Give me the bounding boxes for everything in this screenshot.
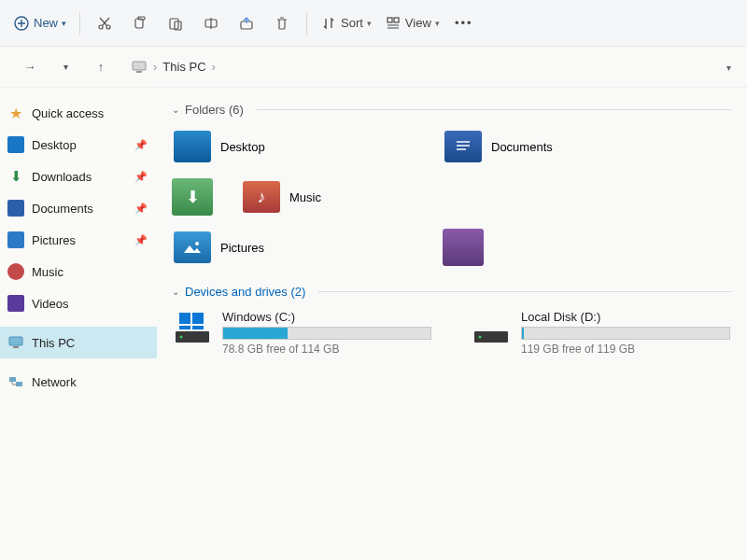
folder-documents[interactable]: Documents bbox=[443, 126, 685, 167]
pin-icon: 📌 bbox=[134, 234, 148, 246]
breadcrumb[interactable]: › This PC › bbox=[123, 55, 708, 79]
svg-rect-21 bbox=[179, 313, 190, 324]
drive-name: Local Disk (D:) bbox=[521, 310, 730, 324]
separator bbox=[79, 12, 80, 35]
sidebar-item-label: Quick access bbox=[32, 106, 104, 120]
pc-icon bbox=[131, 59, 148, 76]
sidebar-item-label: Documents bbox=[32, 202, 93, 216]
sidebar-item-label: Desktop bbox=[32, 138, 77, 152]
sidebar-item-music[interactable]: Music bbox=[0, 256, 157, 287]
section-header-folders[interactable]: ⌄ Folders (6) bbox=[172, 103, 732, 117]
more-button[interactable]: ••• bbox=[447, 7, 481, 40]
drive-c[interactable]: Windows (C:) 78.8 GB free of 114 GB bbox=[172, 308, 433, 357]
sidebar: ★ Quick access Desktop 📌 ⬇ Downloads 📌 D… bbox=[0, 88, 157, 560]
up-button[interactable]: ↑ bbox=[88, 54, 114, 80]
network-icon bbox=[7, 373, 24, 390]
sidebar-item-pictures[interactable]: Pictures 📌 bbox=[0, 224, 157, 256]
documents-icon bbox=[7, 200, 24, 217]
svg-rect-15 bbox=[9, 377, 16, 382]
sort-button[interactable]: Sort ▾ bbox=[315, 7, 377, 40]
sidebar-item-label: Network bbox=[32, 375, 77, 389]
drive-icon bbox=[472, 310, 510, 347]
svg-rect-16 bbox=[16, 382, 22, 386]
videos-icon bbox=[7, 295, 24, 312]
divider bbox=[318, 291, 732, 292]
section-header-drives[interactable]: ⌄ Devices and drives (2) bbox=[172, 285, 732, 299]
share-button[interactable] bbox=[230, 7, 263, 40]
arrow-right-icon: → bbox=[24, 60, 36, 74]
folder-downloads[interactable]: ⬇ bbox=[172, 178, 213, 216]
rename-icon bbox=[203, 15, 219, 32]
folder-pictures[interactable]: Pictures bbox=[172, 227, 415, 268]
svg-rect-11 bbox=[133, 62, 146, 70]
new-button[interactable]: New ▾ bbox=[7, 7, 72, 40]
folders-grid: Desktop Documents ⬇ ♪ Music bbox=[172, 126, 732, 268]
folder-label: Documents bbox=[491, 140, 553, 154]
forward-button[interactable]: → bbox=[17, 54, 43, 80]
svg-rect-10 bbox=[394, 18, 399, 22]
drive-usage-bar bbox=[521, 327, 730, 340]
section-title: Folders (6) bbox=[185, 103, 244, 117]
svg-rect-14 bbox=[13, 346, 19, 348]
folder-icon: ♪ bbox=[243, 181, 280, 213]
copy-button[interactable] bbox=[123, 7, 157, 40]
sidebar-item-videos[interactable]: Videos bbox=[0, 287, 157, 319]
view-label: View bbox=[405, 16, 431, 30]
drive-d[interactable]: Local Disk (D:) 119 GB free of 119 GB bbox=[471, 308, 732, 357]
sidebar-item-downloads[interactable]: ⬇ Downloads 📌 bbox=[0, 161, 157, 192]
pin-icon: 📌 bbox=[134, 203, 148, 215]
section-title: Devices and drives (2) bbox=[185, 285, 305, 299]
rename-button[interactable] bbox=[194, 7, 228, 40]
svg-rect-13 bbox=[9, 337, 22, 345]
pin-icon: 📌 bbox=[134, 139, 148, 151]
sidebar-item-label: Pictures bbox=[32, 233, 76, 247]
delete-button[interactable] bbox=[265, 7, 299, 40]
chevron-down-icon: ▾ bbox=[62, 19, 66, 28]
sidebar-item-this-pc[interactable]: This PC bbox=[0, 327, 157, 358]
cut-button[interactable] bbox=[88, 7, 121, 40]
sidebar-item-label: Videos bbox=[32, 297, 69, 311]
folder-videos[interactable] bbox=[443, 229, 484, 266]
toolbar: New ▾ Sort ▾ bbox=[0, 0, 747, 47]
sidebar-item-label: Downloads bbox=[32, 170, 92, 184]
sidebar-item-quick-access[interactable]: ★ Quick access bbox=[0, 97, 157, 129]
body: ★ Quick access Desktop 📌 ⬇ Downloads 📌 D… bbox=[0, 88, 747, 560]
svg-marker-17 bbox=[184, 245, 201, 253]
paste-button[interactable] bbox=[159, 7, 192, 40]
desktop-icon bbox=[7, 136, 24, 153]
folder-label: Pictures bbox=[220, 241, 264, 255]
share-icon bbox=[238, 15, 255, 32]
music-icon bbox=[7, 263, 24, 280]
folder-music[interactable]: ♪ Music bbox=[241, 176, 484, 217]
more-icon: ••• bbox=[455, 16, 473, 30]
music-icon: ♪ bbox=[258, 188, 266, 207]
svg-point-20 bbox=[180, 336, 183, 339]
sidebar-item-label: This PC bbox=[32, 336, 75, 350]
sidebar-item-desktop[interactable]: Desktop 📌 bbox=[0, 129, 157, 161]
chevron-right-icon: › bbox=[212, 60, 216, 74]
drive-icon bbox=[174, 310, 211, 347]
folder-icon bbox=[444, 131, 482, 162]
folder-icon bbox=[174, 131, 211, 162]
drive-usage-bar bbox=[222, 327, 431, 340]
pin-icon: 📌 bbox=[134, 171, 148, 183]
address-dropdown[interactable]: ▾ bbox=[717, 60, 740, 74]
chevron-down-icon: ⌄ bbox=[172, 105, 179, 115]
svg-point-2 bbox=[106, 25, 110, 29]
view-button[interactable]: View ▾ bbox=[379, 7, 445, 40]
sort-label: Sort bbox=[341, 16, 363, 30]
svg-rect-9 bbox=[388, 18, 392, 22]
sidebar-item-network[interactable]: Network bbox=[0, 366, 157, 398]
folder-desktop[interactable]: Desktop bbox=[172, 126, 415, 167]
sort-icon bbox=[320, 15, 337, 32]
drive-free-text: 78.8 GB free of 114 GB bbox=[222, 343, 431, 356]
chevron-down-icon: ▾ bbox=[367, 19, 372, 28]
sidebar-item-documents[interactable]: Documents 📌 bbox=[0, 192, 157, 224]
plus-icon bbox=[13, 15, 30, 32]
drive-info: Windows (C:) 78.8 GB free of 114 GB bbox=[222, 310, 431, 356]
folder-label: Desktop bbox=[220, 140, 265, 154]
arrow-up-icon: ↑ bbox=[98, 60, 105, 74]
chevron-down-icon: ▾ bbox=[63, 62, 68, 72]
pictures-icon bbox=[7, 231, 24, 248]
recent-button[interactable]: ▾ bbox=[52, 54, 78, 80]
